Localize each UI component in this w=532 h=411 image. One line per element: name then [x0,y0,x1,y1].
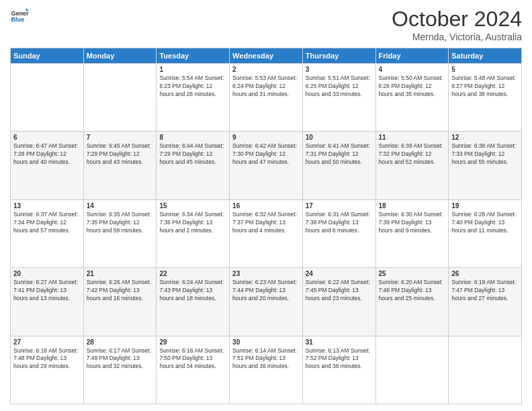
day-number: 25 [379,270,446,277]
day-info: Sunrise: 6:13 AM Sunset: 7:52 PM Dayligh… [306,347,373,371]
day-info: Sunrise: 5:54 AM Sunset: 6:23 PM Dayligh… [159,75,226,99]
week-row-2: 13Sunrise: 6:37 AM Sunset: 7:34 PM Dayli… [11,199,522,267]
day-cell-2-3: 16Sunrise: 6:32 AM Sunset: 7:37 PM Dayli… [230,199,303,267]
day-info: Sunrise: 6:16 AM Sunset: 7:50 PM Dayligh… [159,347,226,371]
day-info: Sunrise: 5:50 AM Sunset: 6:26 PM Dayligh… [379,75,446,99]
header-tuesday: Tuesday [157,48,230,64]
day-cell-2-5: 18Sunrise: 6:30 AM Sunset: 7:39 PM Dayli… [375,199,449,267]
logo-icon: General Blue [10,7,29,26]
calendar-table: Sunday Monday Tuesday Wednesday Thursday… [10,48,522,404]
day-number: 6 [13,134,81,141]
day-number: 29 [159,338,226,346]
day-info: Sunrise: 6:27 AM Sunset: 7:41 PM Dayligh… [13,279,81,303]
day-number: 19 [451,202,519,210]
day-cell-4-5 [375,336,449,404]
day-number: 8 [159,134,226,141]
header-wednesday: Wednesday [230,48,303,64]
day-info: Sunrise: 6:45 AM Sunset: 7:29 PM Dayligh… [87,142,154,167]
day-number: 18 [379,202,446,210]
day-cell-4-4: 31Sunrise: 6:13 AM Sunset: 7:52 PM Dayli… [302,336,375,404]
day-cell-1-2: 8Sunrise: 6:44 AM Sunset: 7:29 PM Daylig… [157,132,230,199]
logo: General Blue [10,7,29,26]
day-info: Sunrise: 6:47 AM Sunset: 7:28 PM Dayligh… [13,142,81,167]
day-number: 11 [379,134,446,141]
day-cell-1-5: 11Sunrise: 6:39 AM Sunset: 7:32 PM Dayli… [375,132,449,199]
day-info: Sunrise: 6:30 AM Sunset: 7:39 PM Dayligh… [379,211,446,235]
day-number: 7 [87,134,154,141]
month-title: October 2024 [392,7,522,32]
day-cell-0-1 [83,64,157,132]
day-cell-3-5: 25Sunrise: 6:20 AM Sunset: 7:46 PM Dayli… [375,268,449,336]
day-number: 3 [306,66,373,73]
day-cell-1-3: 9Sunrise: 6:42 AM Sunset: 7:30 PM Daylig… [230,132,303,199]
day-cell-3-2: 22Sunrise: 6:24 AM Sunset: 7:43 PM Dayli… [157,268,230,336]
day-info: Sunrise: 6:22 AM Sunset: 7:45 PM Dayligh… [306,279,373,303]
day-info: Sunrise: 6:31 AM Sunset: 7:38 PM Dayligh… [306,211,373,235]
day-info: Sunrise: 6:41 AM Sunset: 7:31 PM Dayligh… [306,142,373,167]
header-monday: Monday [83,48,157,64]
day-info: Sunrise: 6:24 AM Sunset: 7:43 PM Dayligh… [159,279,226,303]
day-number: 15 [159,202,226,210]
day-number: 20 [13,270,81,277]
day-info: Sunrise: 5:48 AM Sunset: 6:27 PM Dayligh… [451,75,519,99]
day-info: Sunrise: 6:35 AM Sunset: 7:35 PM Dayligh… [87,211,154,235]
day-info: Sunrise: 6:42 AM Sunset: 7:30 PM Dayligh… [232,142,300,167]
header-sunday: Sunday [11,48,84,64]
page: General Blue October 2024 Mernda, Victor… [0,0,532,411]
day-info: Sunrise: 6:39 AM Sunset: 7:32 PM Dayligh… [379,142,446,167]
day-number: 10 [306,134,373,141]
day-info: Sunrise: 6:14 AM Sunset: 7:51 PM Dayligh… [232,347,300,371]
day-cell-0-5: 4Sunrise: 5:50 AM Sunset: 6:26 PM Daylig… [375,64,449,132]
day-number: 22 [159,270,226,277]
day-cell-2-6: 19Sunrise: 6:28 AM Sunset: 7:40 PM Dayli… [449,199,522,267]
day-number: 4 [379,66,446,73]
day-number: 27 [13,338,81,346]
day-info: Sunrise: 6:44 AM Sunset: 7:29 PM Dayligh… [159,142,226,167]
day-cell-4-0: 27Sunrise: 6:18 AM Sunset: 7:48 PM Dayli… [11,336,84,404]
day-cell-1-0: 6Sunrise: 6:47 AM Sunset: 7:28 PM Daylig… [11,132,84,199]
day-info: Sunrise: 6:28 AM Sunset: 7:40 PM Dayligh… [451,211,519,235]
day-info: Sunrise: 6:17 AM Sunset: 7:49 PM Dayligh… [87,347,154,371]
day-number: 5 [451,66,519,73]
title-area: October 2024 Mernda, Victoria, Australia [392,7,522,42]
day-info: Sunrise: 5:51 AM Sunset: 6:25 PM Dayligh… [306,75,373,99]
day-info: Sunrise: 6:34 AM Sunset: 7:36 PM Dayligh… [159,211,226,235]
day-info: Sunrise: 6:26 AM Sunset: 7:42 PM Dayligh… [87,279,154,303]
day-number: 1 [159,66,226,73]
day-cell-3-3: 23Sunrise: 6:23 AM Sunset: 7:44 PM Dayli… [230,268,303,336]
day-cell-2-4: 17Sunrise: 6:31 AM Sunset: 7:38 PM Dayli… [302,199,375,267]
day-number: 17 [306,202,373,210]
day-cell-0-2: 1Sunrise: 5:54 AM Sunset: 6:23 PM Daylig… [157,64,230,132]
day-info: Sunrise: 6:19 AM Sunset: 7:47 PM Dayligh… [451,279,519,303]
header-saturday: Saturday [449,48,522,64]
day-cell-4-2: 29Sunrise: 6:16 AM Sunset: 7:50 PM Dayli… [157,336,230,404]
day-info: Sunrise: 6:23 AM Sunset: 7:44 PM Dayligh… [232,279,300,303]
header-friday: Friday [375,48,449,64]
day-cell-0-4: 3Sunrise: 5:51 AM Sunset: 6:25 PM Daylig… [302,64,375,132]
svg-text:Blue: Blue [11,16,24,23]
day-cell-4-1: 28Sunrise: 6:17 AM Sunset: 7:49 PM Dayli… [83,336,157,404]
day-info: Sunrise: 6:20 AM Sunset: 7:46 PM Dayligh… [379,279,446,303]
day-number: 2 [232,66,300,73]
week-row-4: 27Sunrise: 6:18 AM Sunset: 7:48 PM Dayli… [11,336,522,404]
day-cell-3-6: 26Sunrise: 6:19 AM Sunset: 7:47 PM Dayli… [449,268,522,336]
day-cell-1-1: 7Sunrise: 6:45 AM Sunset: 7:29 PM Daylig… [83,132,157,199]
day-info: Sunrise: 6:38 AM Sunset: 7:33 PM Dayligh… [451,142,519,167]
week-row-0: 1Sunrise: 5:54 AM Sunset: 6:23 PM Daylig… [11,64,522,132]
day-cell-4-6 [449,336,522,404]
day-number: 14 [87,202,154,210]
day-number: 31 [306,338,373,346]
day-number: 16 [232,202,300,210]
day-cell-1-6: 12Sunrise: 6:38 AM Sunset: 7:33 PM Dayli… [449,132,522,199]
weekday-header-row: Sunday Monday Tuesday Wednesday Thursday… [11,48,522,64]
svg-text:General: General [11,10,29,17]
day-info: Sunrise: 6:32 AM Sunset: 7:37 PM Dayligh… [232,211,300,235]
day-cell-3-1: 21Sunrise: 6:26 AM Sunset: 7:42 PM Dayli… [83,268,157,336]
day-cell-4-3: 30Sunrise: 6:14 AM Sunset: 7:51 PM Dayli… [230,336,303,404]
header: General Blue October 2024 Mernda, Victor… [10,7,522,42]
day-info: Sunrise: 6:37 AM Sunset: 7:34 PM Dayligh… [13,211,81,235]
day-number: 12 [451,134,519,141]
day-number: 9 [232,134,300,141]
day-info: Sunrise: 6:18 AM Sunset: 7:48 PM Dayligh… [13,347,81,371]
day-cell-0-6: 5Sunrise: 5:48 AM Sunset: 6:27 PM Daylig… [449,64,522,132]
